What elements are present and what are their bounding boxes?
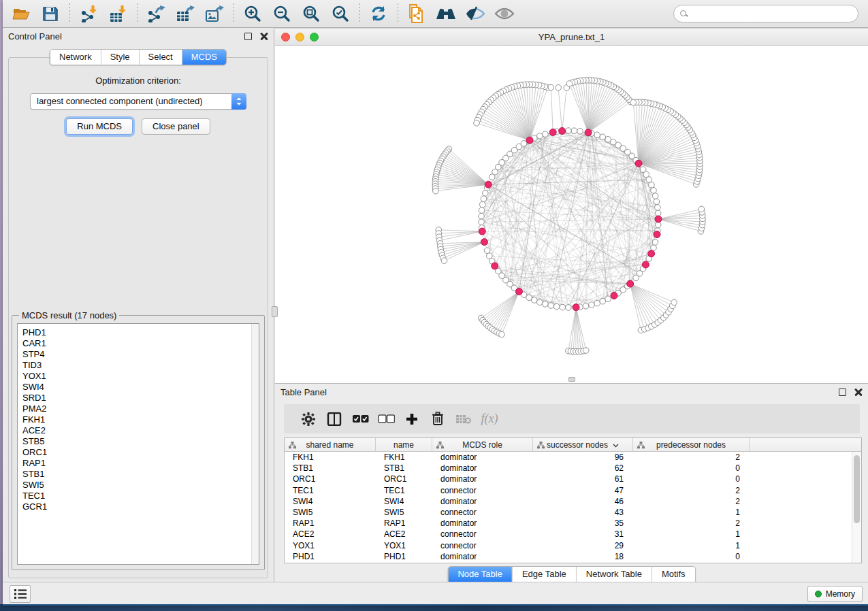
table-cell[interactable]: STB1 (376, 463, 432, 473)
leaf-node[interactable] (671, 299, 677, 306)
table-cell[interactable]: FKH1 (285, 452, 376, 462)
mcds-result-item[interactable]: RAP1 (22, 458, 259, 469)
network-node[interactable] (651, 245, 657, 251)
table-cell[interactable]: 46 (533, 497, 633, 506)
table-cell[interactable]: SWI4 (285, 497, 376, 506)
table-cell[interactable]: RAP1 (285, 518, 376, 528)
network-node[interactable] (481, 196, 487, 202)
mcds-hub-node[interactable] (485, 181, 492, 188)
network-node[interactable] (583, 303, 589, 310)
table-row[interactable]: YOX1YOX1connector291 (285, 540, 861, 551)
mcds-result-scrollbar[interactable] (251, 324, 259, 564)
table-row[interactable]: PHD1PHD1dominator180 (285, 551, 861, 562)
table-cell[interactable]: ORC1 (376, 474, 432, 484)
mcds-result-item[interactable]: STB1 (22, 469, 259, 480)
mcds-result-item[interactable]: CAR1 (22, 338, 259, 349)
table-row[interactable]: RAP1RAP1dominator352 (285, 518, 861, 529)
task-history-button[interactable] (10, 585, 31, 603)
table-cell[interactable]: 18 (533, 552, 633, 561)
table-cell[interactable]: connector (432, 529, 533, 539)
close-panel-button[interactable]: Close panel (142, 118, 210, 135)
mcds-result-item[interactable]: TEC1 (22, 491, 259, 501)
mcds-result-item[interactable]: SRD1 (22, 393, 259, 403)
window-zoom-traffic-light[interactable] (310, 33, 319, 42)
table-cell[interactable]: dominator (432, 518, 533, 528)
mcds-result-item[interactable]: YOX1 (22, 371, 259, 382)
mcds-result-list[interactable]: PHD1CAR1STP4TID3YOX1SWI4SRD1PMA2FKH1ACE2… (17, 323, 259, 565)
network-node[interactable] (640, 167, 646, 173)
table-cell[interactable]: TEC1 (376, 486, 432, 495)
tab-mcds[interactable]: MCDS (182, 50, 226, 65)
network-node[interactable] (531, 297, 537, 303)
table-cell[interactable]: 35 (533, 518, 633, 528)
tab-node-table[interactable]: Node Table (448, 567, 512, 582)
network-node[interactable] (571, 128, 577, 134)
table-cell[interactable]: FKH1 (376, 452, 432, 462)
leaf-node[interactable] (441, 258, 447, 264)
network-node[interactable] (543, 301, 549, 308)
table-cell[interactable]: STB1 (285, 463, 376, 473)
save-session-button[interactable] (39, 3, 62, 24)
window-minimize-traffic-light[interactable] (295, 33, 304, 42)
table-row[interactable]: FKH1FKH1dominator962 (285, 452, 861, 463)
table-cell[interactable]: ACE2 (376, 529, 432, 539)
panel-splitter-handle[interactable] (272, 306, 278, 317)
leaf-node[interactable] (556, 84, 562, 90)
table-cell[interactable]: dominator (432, 497, 533, 506)
zoom-selected-button[interactable] (329, 3, 352, 24)
network-node[interactable] (560, 304, 566, 310)
table-cell[interactable]: 43 (533, 508, 633, 517)
table-row[interactable]: TEC1TEC1connector472 (285, 485, 861, 496)
mcds-hub-node[interactable] (627, 280, 634, 287)
mcds-result-item[interactable]: TID3 (22, 360, 259, 371)
network-node[interactable] (566, 128, 572, 134)
table-cell[interactable]: 31 (533, 529, 633, 539)
table-row[interactable]: ACE2ACE2connector311 (285, 529, 861, 540)
mcds-result-item[interactable]: PHD1 (22, 327, 259, 338)
table-scrollbar-thumb[interactable] (854, 455, 860, 523)
network-node[interactable] (655, 222, 661, 228)
leaf-node[interactable] (566, 81, 573, 87)
network-node[interactable] (536, 133, 543, 139)
network-node[interactable] (651, 187, 657, 193)
network-node[interactable] (605, 136, 611, 142)
table-cell[interactable]: 0 (633, 463, 750, 473)
network-node[interactable] (548, 303, 554, 309)
mcds-result-item[interactable]: SWI4 (22, 382, 259, 393)
open-session-button[interactable] (10, 3, 33, 24)
mcds-hub-node[interactable] (573, 304, 579, 311)
network-node[interactable] (479, 208, 485, 214)
network-node[interactable] (482, 191, 488, 197)
network-node[interactable] (655, 210, 661, 216)
mcds-result-item[interactable]: GCR1 (22, 501, 259, 512)
table-cell[interactable]: 61 (533, 474, 633, 484)
table-cell[interactable]: SWI5 (376, 508, 432, 517)
network-node[interactable] (654, 199, 660, 205)
leaf-node[interactable] (630, 99, 637, 105)
zoom-out-button[interactable] (270, 3, 293, 24)
network-node[interactable] (589, 302, 595, 308)
table-cell[interactable]: connector (432, 541, 533, 550)
table-cell[interactable]: 1 (633, 508, 750, 517)
network-canvas[interactable] (275, 46, 868, 383)
mcds-hub-node[interactable] (526, 137, 533, 144)
table-cell[interactable]: YOX1 (376, 541, 432, 550)
refresh-layout-button[interactable] (367, 3, 390, 24)
tab-network-table[interactable]: Network Table (576, 567, 652, 582)
table-cell[interactable]: 1 (633, 541, 750, 550)
table-scrollbar[interactable] (852, 452, 861, 563)
network-node[interactable] (655, 205, 661, 211)
select-all-button[interactable] (347, 408, 373, 431)
mcds-result-item[interactable]: STP4 (22, 349, 259, 360)
network-node[interactable] (484, 248, 490, 254)
network-node[interactable] (489, 174, 495, 180)
table-cell[interactable]: 2 (633, 452, 750, 462)
criterion-dropdown[interactable]: largest connected component (undirected) (30, 93, 246, 110)
zoom-fit-button[interactable] (300, 3, 323, 24)
network-node[interactable] (652, 240, 658, 246)
mcds-result-item[interactable]: FKH1 (22, 414, 259, 425)
leaf-node[interactable] (698, 206, 705, 212)
mcds-hub-node[interactable] (654, 231, 660, 238)
mcds-result-item[interactable]: ACE2 (22, 425, 259, 436)
table-cell[interactable]: 0 (633, 474, 750, 484)
